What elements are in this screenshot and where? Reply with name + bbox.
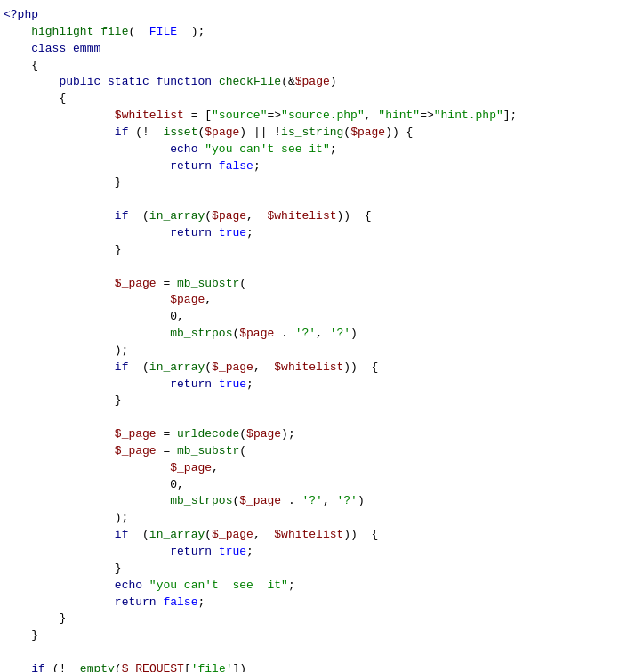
code-container: <?php highlight_file(__FILE__); class em… — [4, 7, 615, 672]
php-open-tag: <?php — [4, 8, 38, 21]
highlight-file-call: highlight_file — [31, 25, 128, 38]
